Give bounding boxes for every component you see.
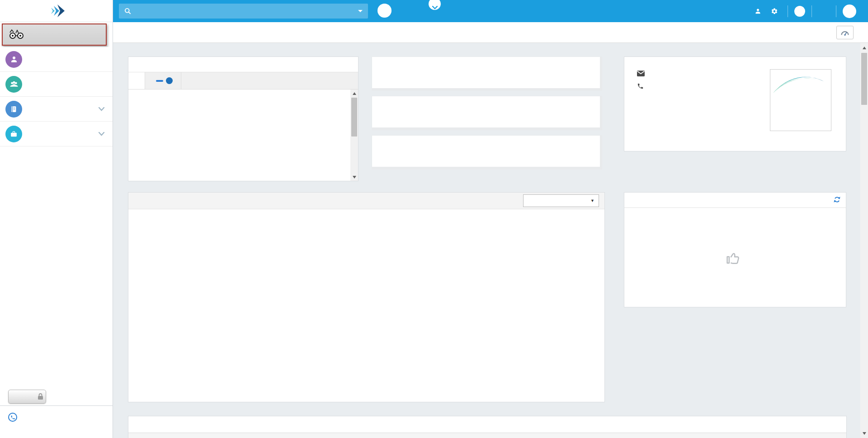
sidebar-item-authorised-users[interactable] — [0, 72, 113, 97]
sidebar-item-my-clients[interactable] — [0, 47, 113, 72]
chevron-down-icon[interactable] — [99, 105, 104, 113]
divider — [788, 5, 788, 17]
brand-logo[interactable] — [0, 0, 113, 22]
brand-arrow-icon — [50, 4, 66, 18]
support-line — [8, 413, 24, 422]
panel-title — [128, 416, 846, 433]
divider — [0, 405, 113, 406]
briefcase-icon — [5, 126, 22, 142]
scrollbar-thumb[interactable] — [351, 98, 357, 137]
tab-overview[interactable] — [128, 72, 145, 89]
info-icon[interactable] — [166, 77, 173, 84]
apf-logo — [770, 69, 831, 131]
lodged-reports-card[interactable] — [372, 96, 602, 130]
settings-button[interactable] — [771, 8, 781, 15]
profile-card — [624, 57, 846, 151]
person-icon — [5, 51, 22, 68]
gear-icon — [771, 8, 778, 15]
apf-swoosh-icon — [770, 70, 831, 96]
app-launcher-icon[interactable] — [818, 5, 830, 17]
org-logo[interactable] — [843, 5, 856, 18]
dashboard-settings-button[interactable] — [836, 26, 854, 39]
refresh-icon[interactable] — [834, 196, 840, 204]
owl-icon — [8, 29, 26, 41]
phone-icon — [8, 413, 17, 422]
outstanding-reports-panel — [128, 57, 359, 181]
thumbs-up-icon — [725, 250, 741, 265]
tab-overdue[interactable] — [145, 72, 181, 89]
help-button[interactable] — [794, 6, 805, 17]
period-select[interactable]: ▼ — [523, 194, 599, 207]
global-search[interactable] — [119, 4, 368, 19]
todays-lodgment-card[interactable] — [372, 135, 602, 170]
sidebar-item-my-practice[interactable] — [0, 122, 113, 146]
search-icon — [124, 8, 131, 14]
scroll-down-button[interactable] — [860, 429, 868, 437]
overdue-count-badge — [156, 80, 163, 82]
saved-reports-card[interactable] — [372, 57, 602, 91]
scrollbar-thumb[interactable] — [861, 53, 867, 105]
envelope-icon — [637, 71, 645, 76]
phone-icon — [637, 83, 644, 89]
sidebar-item-my-lodgments[interactable] — [0, 97, 113, 122]
outstanding-tabs — [128, 72, 358, 89]
scroll-down-button[interactable] — [350, 173, 358, 181]
list-scrollbar[interactable] — [350, 89, 358, 181]
chevron-down-icon[interactable] — [99, 130, 104, 138]
book-icon — [5, 101, 22, 118]
sidebar — [0, 0, 113, 438]
referral-link[interactable] — [755, 8, 764, 14]
padlock-icon — [38, 393, 43, 402]
divider — [836, 5, 836, 17]
search-dropdown-caret-icon[interactable] — [358, 10, 363, 12]
divider — [811, 5, 812, 17]
page-header — [113, 22, 868, 43]
lodgment-reports-panel: ▼ — [128, 192, 605, 402]
top-bar — [0, 0, 868, 22]
scroll-up-button[interactable] — [860, 44, 868, 52]
add-button[interactable] — [377, 4, 392, 18]
gauge-icon — [841, 29, 849, 36]
monthly-lodgments-chart — [128, 221, 584, 369]
collapse-topbar-button[interactable] — [429, 0, 441, 10]
rapid-ssl-badge[interactable] — [8, 390, 46, 404]
outstanding-list — [128, 89, 358, 181]
page-scrollbar[interactable] — [860, 43, 868, 438]
select-caret-icon: ▼ — [590, 198, 594, 203]
jobs-tabs — [128, 433, 846, 438]
recent-activities-panel — [624, 192, 846, 307]
users-group-icon — [5, 76, 22, 93]
person-icon — [755, 8, 761, 14]
tabs-filler — [181, 72, 358, 89]
chevron-down-icon — [432, 6, 438, 10]
search-input[interactable] — [136, 8, 358, 15]
jobs-panel — [128, 416, 847, 438]
sidebar-item-birds-view[interactable] — [2, 24, 107, 46]
panel-title — [128, 57, 358, 72]
scroll-up-button[interactable] — [350, 89, 358, 97]
